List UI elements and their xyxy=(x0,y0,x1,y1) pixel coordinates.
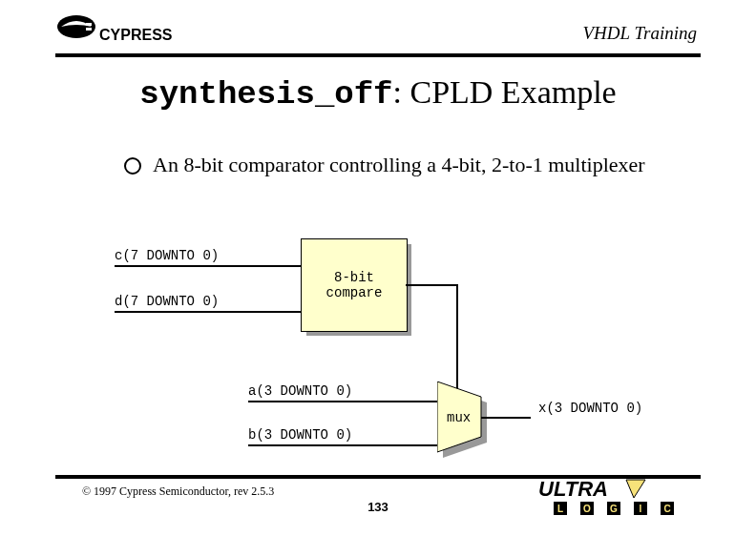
signal-b-label: b(3 DOWNTO 0) xyxy=(248,427,352,443)
wire-compare-out-h xyxy=(406,284,458,286)
svg-text:ULTRA: ULTRA xyxy=(538,477,608,501)
wire-b xyxy=(248,444,439,446)
svg-text:C: C xyxy=(663,504,670,514)
svg-marker-7 xyxy=(626,480,645,498)
title-code: synthesis_off xyxy=(139,76,392,113)
compare-line2: compare xyxy=(326,285,383,300)
bullet-text: An 8-bit comparator controlling a 4-bit,… xyxy=(153,153,645,177)
cypress-logo: CYPRESS xyxy=(55,13,199,53)
svg-text:G: G xyxy=(610,504,618,514)
slide-header: CYPRESS VHDL Training xyxy=(48,13,708,61)
ultra-logic-logo: ULTRA L O G I C xyxy=(538,477,701,519)
wire-a xyxy=(248,401,439,402)
signal-a-label: a(3 DOWNTO 0) xyxy=(248,383,352,399)
wire-c xyxy=(115,265,301,267)
wire-x xyxy=(481,417,531,419)
copyright-text: © 1997 Cypress Semiconductor, rev 2.5.3 xyxy=(82,484,274,499)
bullet-item: An 8-bit comparator controlling a 4-bit,… xyxy=(124,153,651,177)
mux-label: mux xyxy=(447,410,471,425)
compare-block: 8-bit compare xyxy=(301,238,408,332)
wire-d xyxy=(115,311,301,313)
svg-text:I: I xyxy=(640,504,642,514)
slide-title: synthesis_off: CPLD Example xyxy=(0,74,756,113)
title-rest: : CPLD Example xyxy=(393,74,617,110)
signal-x-label: x(3 DOWNTO 0) xyxy=(538,401,642,416)
signal-c-label: c(7 DOWNTO 0) xyxy=(115,248,219,263)
svg-rect-1 xyxy=(86,23,92,26)
signal-d-label: d(7 DOWNTO 0) xyxy=(115,294,219,309)
svg-text:CYPRESS: CYPRESS xyxy=(99,27,173,43)
block-diagram: c(7 DOWNTO 0) d(7 DOWNTO 0) 8-bit compar… xyxy=(115,219,706,467)
header-subtitle: VHDL Training xyxy=(583,23,698,44)
svg-rect-2 xyxy=(86,28,92,31)
svg-point-0 xyxy=(57,15,95,38)
header-divider xyxy=(55,53,701,57)
svg-text:L: L xyxy=(557,504,563,514)
bullet-marker-icon xyxy=(124,157,141,175)
svg-text:O: O xyxy=(583,504,591,514)
compare-line1: 8-bit xyxy=(334,270,374,285)
